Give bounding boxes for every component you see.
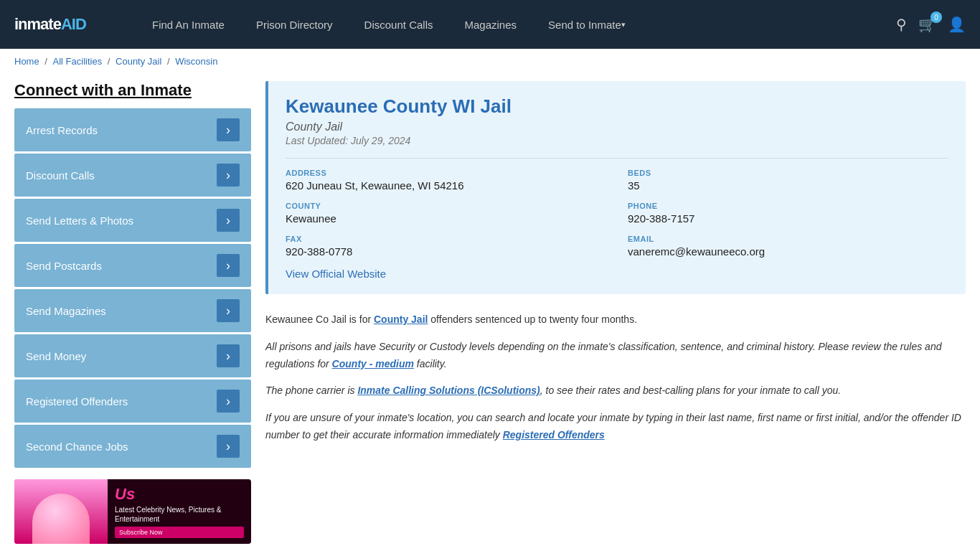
facility-card: Kewaunee County WI Jail County Jail Last… (265, 81, 966, 294)
phone-group: PHONE 920-388-7157 (628, 202, 948, 225)
sidebar-menu: Arrest Records › Discount Calls › Send L… (14, 108, 251, 468)
fax-value: 920-388-0778 (286, 245, 606, 258)
county-medium-link[interactable]: County - medium (332, 358, 414, 369)
sidebar-item-registered-offenders[interactable]: Registered Offenders › (14, 380, 251, 423)
ad-person-image (32, 494, 90, 544)
nav-magazines[interactable]: Magazines (448, 0, 532, 49)
ad-tagline: Latest Celebrity News, Pictures & Entert… (115, 505, 244, 524)
main-nav: Find An Inmate Prison Directory Discount… (136, 0, 875, 49)
beds-value: 35 (628, 179, 948, 192)
ad-image (14, 479, 108, 544)
sidebar-item-send-money[interactable]: Send Money › (14, 334, 251, 377)
main-layout: Connect with an Inmate Arrest Records › … (0, 74, 980, 551)
desc-para1: Kewaunee Co Jail is for County Jail offe… (265, 311, 966, 329)
facility-updated: Last Updated: July 29, 2024 (286, 135, 948, 146)
desc-para3: The phone carrier is Inmate Calling Solu… (265, 382, 966, 400)
sidebar-item-send-magazines[interactable]: Send Magazines › (14, 289, 251, 332)
address-value: 620 Juneau St, Kewaunee, WI 54216 (286, 179, 606, 192)
header-icons: ⚲ 🛒 0 👤 (896, 16, 966, 33)
ad-subscribe-button[interactable]: Subscribe Now (115, 527, 244, 538)
icsolutions-link[interactable]: Inmate Calling Solutions (ICSolutions) (357, 385, 540, 396)
arrow-icon: › (217, 299, 240, 322)
nav-discount-calls[interactable]: Discount Calls (349, 0, 449, 49)
arrow-icon: › (217, 209, 240, 232)
nav-prison-directory[interactable]: Prison Directory (240, 0, 349, 49)
fax-label: FAX (286, 235, 606, 243)
sidebar-item-second-chance-jobs[interactable]: Second Chance Jobs › (14, 425, 251, 468)
arrow-icon: › (217, 118, 240, 141)
arrow-icon: › (217, 254, 240, 277)
advertisement: Us Latest Celebrity News, Pictures & Ent… (14, 479, 251, 544)
desc-para4: If you are unsure of your inmate's locat… (265, 410, 966, 444)
beds-group: BEDS 35 (628, 169, 948, 192)
cart-badge: 0 (930, 11, 942, 23)
nav-send-to-inmate[interactable]: Send to Inmate (532, 0, 641, 49)
sidebar-title: Connect with an Inmate (14, 81, 251, 100)
county-jail-link1[interactable]: County Jail (374, 314, 428, 325)
sidebar: Connect with an Inmate Arrest Records › … (14, 81, 251, 544)
breadcrumb-wisconsin[interactable]: Wisconsin (175, 56, 217, 67)
facility-description: Kewaunee Co Jail is for County Jail offe… (265, 311, 966, 444)
county-label: COUNTY (286, 202, 606, 210)
registered-offenders-link[interactable]: Registered Offenders (503, 429, 605, 441)
phone-value: 920-388-7157 (628, 212, 948, 225)
arrow-icon: › (217, 390, 240, 413)
sidebar-item-send-letters[interactable]: Send Letters & Photos › (14, 199, 251, 242)
arrow-icon: › (217, 435, 240, 458)
logo[interactable]: inmateAID (14, 15, 115, 34)
breadcrumb-county-jail[interactable]: County Jail (116, 56, 161, 67)
arrow-icon: › (217, 344, 240, 367)
email-group: EMAIL vaneremc@kewauneeco.org (628, 235, 948, 258)
facility-type: County Jail (286, 121, 948, 133)
cart-icon[interactable]: 🛒 0 (918, 16, 936, 33)
site-header: inmateAID Find An Inmate Prison Director… (0, 0, 980, 49)
facility-name: Kewaunee County WI Jail (286, 95, 948, 118)
main-content: Kewaunee County WI Jail County Jail Last… (265, 81, 966, 544)
breadcrumb-home[interactable]: Home (14, 56, 39, 67)
breadcrumb-all-facilities[interactable]: All Facilities (53, 56, 103, 67)
sidebar-item-arrest-records[interactable]: Arrest Records › (14, 108, 251, 151)
sidebar-item-send-postcards[interactable]: Send Postcards › (14, 244, 251, 287)
facility-details: ADDRESS 620 Juneau St, Kewaunee, WI 5421… (286, 158, 948, 280)
user-icon[interactable]: 👤 (948, 16, 966, 33)
breadcrumb: Home / All Facilities / County Jail / Wi… (0, 49, 980, 74)
sidebar-item-discount-calls[interactable]: Discount Calls › (14, 154, 251, 197)
phone-label: PHONE (628, 202, 948, 210)
search-icon[interactable]: ⚲ (896, 16, 907, 33)
website-link[interactable]: View Official Website (286, 268, 386, 280)
email-label: EMAIL (628, 235, 948, 243)
county-group: COUNTY Kewaunee (286, 202, 606, 225)
ad-text: Us Latest Celebrity News, Pictures & Ent… (108, 479, 251, 544)
arrow-icon: › (217, 164, 240, 187)
website-group: View Official Website (286, 268, 948, 280)
address-group: ADDRESS 620 Juneau St, Kewaunee, WI 5421… (286, 169, 606, 192)
county-value: Kewaunee (286, 212, 606, 225)
beds-label: BEDS (628, 169, 948, 177)
address-label: ADDRESS (286, 169, 606, 177)
fax-group: FAX 920-388-0778 (286, 235, 606, 258)
nav-find-inmate[interactable]: Find An Inmate (136, 0, 240, 49)
email-value: vaneremc@kewauneeco.org (628, 245, 948, 258)
desc-para2: All prisons and jails have Security or C… (265, 339, 966, 373)
ad-logo: Us (115, 485, 244, 504)
